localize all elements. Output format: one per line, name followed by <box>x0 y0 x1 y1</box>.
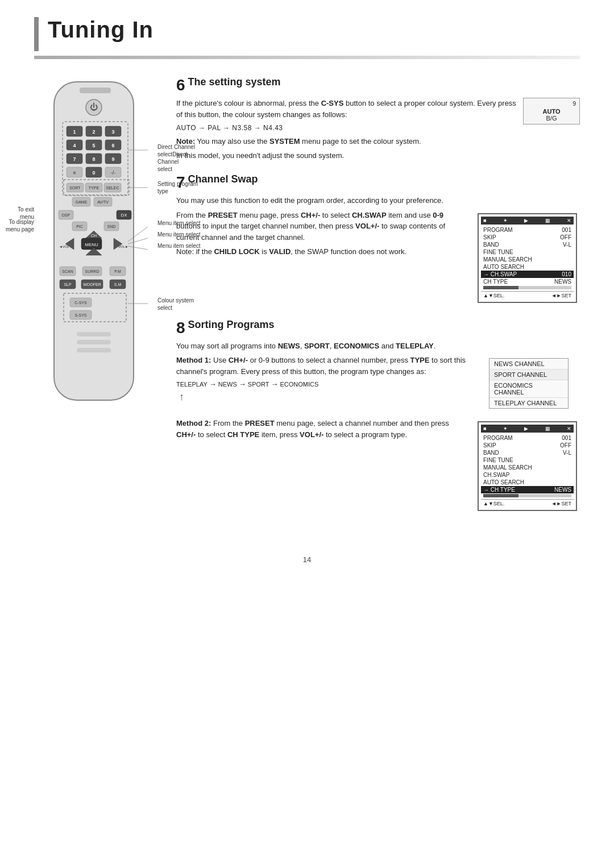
svg-text:MENU: MENU <box>85 242 98 247</box>
annotation-menu-item1: Menu item select <box>157 219 209 227</box>
section-6-formula: AUTO → PAL → N3.58 → N4.43 <box>176 123 580 133</box>
section-7-note-lock: Note: if the CHILD LOCK is VALID, the SW… <box>176 246 468 258</box>
section-8-title: Sorting Programs <box>188 319 275 331</box>
screen-display-6: 9 AUTO B/G <box>523 98 580 124</box>
svg-rect-1 <box>80 88 111 93</box>
annotation-setting-program: Setting programtype <box>157 180 209 195</box>
annotation-colour-system: Colour systemselect <box>157 297 209 312</box>
menu-row-program-8: PROGRAM001 <box>481 434 574 442</box>
screen-line1: 9 <box>527 101 576 107</box>
menu-row-skip-7: SKIPOFF <box>481 234 574 241</box>
preset-bold-7: PRESET <box>208 211 238 219</box>
svg-rect-75 <box>77 332 111 337</box>
footer-set-7: ◄►SET <box>551 293 571 298</box>
formula-economics: ECONOMICS <box>280 381 319 388</box>
svg-text:6: 6 <box>111 143 114 148</box>
svg-text:TYPE: TYPE <box>89 186 99 190</box>
svg-text:SLP: SLP <box>64 283 72 286</box>
channel-box: NEWS CHANNEL SPORT CHANNEL ECONOMICS CHA… <box>489 358 569 409</box>
section-7: 7 Channel Swap You may use this function… <box>176 173 580 306</box>
menu-icon-3: ▶ <box>524 218 528 223</box>
page-header: Tuning In <box>0 0 614 59</box>
section-6-title: The setting system <box>188 76 281 88</box>
svg-text:◄VOL: ◄VOL <box>59 245 70 248</box>
chpm-bold-7: CH+/- <box>301 211 320 219</box>
progress-bar-7 <box>481 285 574 290</box>
menu-icon-5b: ✕ <box>567 426 571 431</box>
ch-row-economics: ECONOMICS CHANNEL <box>489 380 568 398</box>
menu-row-manualsearch-8: MANUAL SEARCH <box>481 464 574 471</box>
main-content: ⏻ 1 2 3 4 5 6 <box>0 59 614 544</box>
section-6-note: Note: You may also use the SYSTEM menu p… <box>176 136 580 147</box>
page-number: 14 <box>0 555 614 564</box>
menu-icon-1: ■ <box>483 218 486 223</box>
svg-text:5: 5 <box>92 143 95 148</box>
menu-header-7: ■ ✦ ▶ ▦ ✕ <box>481 217 574 225</box>
teleplay-formula: TELEPLAY → NEWS → SPORT → ECONOMICS <box>176 380 480 388</box>
svg-text:9: 9 <box>111 156 114 162</box>
formula-teleplay: TELEPLAY <box>176 381 208 388</box>
teleplay-bold: TELEPLAY <box>396 342 434 350</box>
menu-row-chtype-7: CH TYPENEWS <box>481 278 574 285</box>
remote-svg: ⏻ 1 2 3 4 5 6 <box>37 76 156 406</box>
menu-icon-4: ▦ <box>545 218 550 223</box>
annotation-to-display: To displaymenu page <box>0 218 34 233</box>
svg-text:P.M: P.M <box>114 269 121 273</box>
svg-text:AV/TV: AV/TV <box>97 200 109 204</box>
menu-footer-8: ▲▼SEL. ◄►SET <box>481 499 574 508</box>
preset-bold-8: PRESET <box>245 419 275 427</box>
menu-icon-4b: ▦ <box>545 426 550 431</box>
menu-icon-2: ✦ <box>503 218 508 223</box>
svg-text:7: 7 <box>73 156 76 162</box>
chpm-bold-82: CH+/- <box>176 430 196 439</box>
method1-para: Method 1: Use CH+/- or 0-9 buttons to se… <box>176 355 480 377</box>
annotation-direct-channel: Direct Channel selectDirect Channelselec… <box>157 143 209 173</box>
remote-section: ⏻ 1 2 3 4 5 6 <box>34 76 159 527</box>
section-8-method2-layout: Method 2: From the PRESET menu page, sel… <box>176 418 580 514</box>
chtype-bold: CH TYPE <box>227 430 259 439</box>
svg-text:WOOFER: WOOFER <box>83 283 101 286</box>
svg-text:1: 1 <box>73 129 76 135</box>
section-7-body2: From the PRESET menu page, press CH+/- t… <box>176 210 468 243</box>
section-6-note2: In this model, you needn't adjust the so… <box>176 150 580 161</box>
menu-row-band-8: BANDV-L <box>481 449 574 456</box>
annotation-menu-item2: Menu item select <box>157 231 209 238</box>
svg-text:⏻: ⏻ <box>90 102 98 111</box>
menu-header-8: ■ ✦ ▶ ▦ ✕ <box>481 425 574 433</box>
csys-bold: C-SYS <box>321 99 344 107</box>
section-7-body1: You may use this function to edit the pr… <box>176 195 580 206</box>
menu-icon-3b: ▶ <box>524 426 528 431</box>
svg-text:-/-: -/- <box>111 170 116 176</box>
menu-icon-5: ✕ <box>567 218 571 223</box>
svg-text:SND: SND <box>107 225 116 229</box>
svg-text:VOL►: VOL► <box>118 245 128 248</box>
svg-text:S-SYS: S-SYS <box>74 313 86 317</box>
chpm-bold-8: CH+/- <box>229 356 248 364</box>
channel-type-display: NEWS CHANNEL SPORT CHANNEL ECONOMICS CHA… <box>489 355 580 412</box>
ch-row-sport: SPORT CHANNEL <box>489 369 568 380</box>
section-8-body1: You may sort all programs into NEWS, SPO… <box>176 340 580 352</box>
ch-row-teleplay: TELEPLAY CHANNEL <box>489 398 568 408</box>
formula-news: NEWS <box>218 381 237 388</box>
svg-text:DX: DX <box>121 213 127 218</box>
annotation-menu-item3: Menu item select <box>157 242 209 250</box>
news-bold: NEWS <box>278 342 300 350</box>
section-8-method1-layout: Method 1: Use CH+/- or 0-9 buttons to se… <box>176 355 580 412</box>
num09-bold: 0-9 <box>433 211 443 219</box>
svg-text:8: 8 <box>92 156 95 162</box>
menu-row-program-7: PROGRAM001 <box>481 226 574 234</box>
menu-icon-2b: ✦ <box>503 426 508 431</box>
title-accent <box>34 17 39 51</box>
svg-text:2: 2 <box>92 129 95 135</box>
arr1: → <box>209 380 217 388</box>
header-rule <box>34 56 580 59</box>
menu-icon-1b: ■ <box>483 426 486 431</box>
svg-text:0: 0 <box>92 170 95 176</box>
menu-row-band-7: BANDV-L <box>481 241 574 248</box>
method2-para: Method 2: From the PRESET menu page, sel… <box>176 418 468 440</box>
svg-text:S.M: S.M <box>114 283 122 286</box>
text-section: 6 The setting system 9 AUTO B/G If the p… <box>176 76 580 527</box>
screen-line3: B/G <box>527 115 576 122</box>
svg-text:CH: CH <box>91 234 97 238</box>
svg-text:4: 4 <box>73 143 76 148</box>
